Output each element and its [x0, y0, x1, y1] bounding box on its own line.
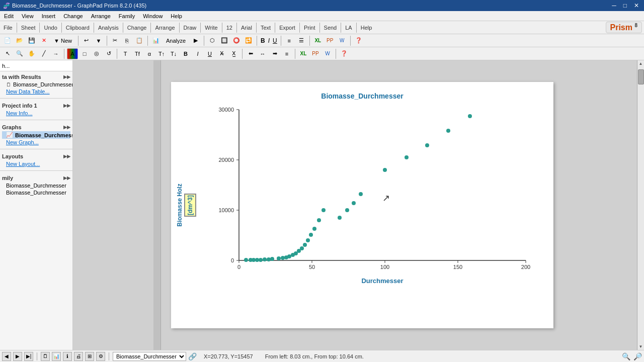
family-header[interactable]: mily ▶▶ — [2, 174, 70, 182]
sidebar-item-biomasse-graph[interactable]: 📈 Biomasse_Durchmesser — [2, 131, 70, 139]
sidebar-item-biomasse-data[interactable]: 🗒 Biomasse_Durchmesser — [2, 81, 70, 88]
draw-tool1[interactable]: ⬡ — [207, 35, 218, 46]
help-q-btn[interactable]: ❓ — [339, 48, 350, 59]
analyze-label-btn[interactable]: Analyze — [163, 35, 189, 46]
scroll-thumb[interactable] — [638, 69, 644, 84]
align-center-btn[interactable]: ☰ — [296, 35, 307, 46]
play-btn[interactable]: ▶ — [13, 352, 22, 361]
analyze-graph-btn[interactable]: 📊 — [150, 35, 162, 46]
strikeX-btn[interactable]: X̶ — [216, 48, 227, 59]
help-icon-btn[interactable]: ❓ — [353, 35, 364, 46]
delete-btn[interactable]: ✕ — [38, 35, 49, 46]
sidebar-new-layout[interactable]: New Layout... — [2, 160, 70, 167]
zoom-tool[interactable]: 🔍 — [14, 48, 25, 59]
draw-tool3[interactable]: ⭕ — [231, 35, 242, 46]
italic-btn2[interactable]: I — [192, 48, 203, 59]
copy-btn[interactable]: ⎘ — [122, 35, 133, 46]
refresh-btn[interactable]: ↺ — [103, 48, 114, 59]
Tf-btn[interactable]: Tf — [132, 48, 143, 59]
T-btn[interactable]: T — [120, 48, 131, 59]
menu-view[interactable]: View — [18, 12, 38, 20]
minimize-btn[interactable]: ─ — [610, 2, 618, 9]
prism-logo: Prism 8 — [606, 22, 642, 33]
super-btn[interactable]: T↑ — [156, 48, 167, 59]
shape-btn[interactable]: □ — [79, 48, 90, 59]
undo-btn[interactable]: ↩ — [81, 35, 92, 46]
new-btn[interactable]: 📄 — [2, 35, 13, 46]
sub-btn[interactable]: T↓ — [168, 48, 179, 59]
bold-btn2[interactable]: B — [180, 48, 191, 59]
underline-btn[interactable]: U — [272, 37, 278, 44]
export-word-btn[interactable]: W — [337, 35, 348, 46]
word-btn[interactable]: W — [322, 48, 333, 59]
cut-btn[interactable]: ✂ — [110, 35, 121, 46]
menu-window[interactable]: Window — [139, 12, 167, 20]
layouts-header[interactable]: Layouts ▶▶ — [2, 152, 70, 160]
export-excel-btn[interactable]: XL — [312, 35, 324, 46]
menu-arrange[interactable]: Arrange — [87, 12, 115, 20]
left-align-btn[interactable]: ⬅ — [245, 48, 256, 59]
info-icon-btn[interactable]: ℹ — [63, 352, 72, 361]
shape2-btn[interactable]: ◎ — [91, 48, 102, 59]
layout-btn[interactable]: ⊞ — [85, 352, 94, 361]
draw-arrow-tool[interactable]: → — [50, 48, 61, 59]
bold-btn[interactable]: B — [260, 37, 266, 44]
open-btn[interactable]: 📂 — [14, 35, 25, 46]
sidebar-new-data-table[interactable]: New Data Table... — [2, 88, 70, 95]
sidebar-search[interactable] — [0, 60, 72, 71]
draw-tool4[interactable]: 🔁 — [243, 35, 254, 46]
menu-change[interactable]: Change — [59, 12, 87, 20]
draw-tool2[interactable]: 🔲 — [219, 35, 230, 46]
magnify-icon[interactable]: 🔎 — [633, 352, 642, 360]
paste-btn[interactable]: 📋 — [134, 35, 145, 46]
graphs-header[interactable]: Graphs ▶▶ — [2, 123, 70, 131]
search-taskbar-icon[interactable]: 🔍 — [622, 352, 630, 360]
draw-line-tool[interactable]: ╱ — [38, 48, 49, 59]
scroll-down-btn[interactable]: ▼ — [638, 343, 644, 350]
project-info-header[interactable]: Project info 1 ▶▶ — [2, 102, 70, 110]
list-btn[interactable]: ≡ — [281, 48, 292, 59]
strike-btn[interactable]: X̲ — [228, 48, 239, 59]
data-results-header[interactable]: ta with Results ▶▶ — [2, 73, 70, 81]
analyze-more-btn[interactable]: ▶ — [190, 35, 201, 46]
select-tool[interactable]: ↖ — [2, 48, 13, 59]
graph-canvas[interactable]: Biomasse_Durchmesser Biomasse Holz [dm^3… — [171, 82, 553, 328]
center-align-btn[interactable]: ↔ — [257, 48, 268, 59]
scroll-up-btn[interactable]: ▲ — [638, 60, 644, 67]
sidebar-family-item2[interactable]: Biomasse_Durchmesser — [2, 189, 70, 196]
printer-btn[interactable]: 🖨 — [74, 352, 83, 361]
underline-btn2[interactable]: U — [204, 48, 215, 59]
undo-dropdown-btn[interactable]: ▼ — [93, 35, 104, 46]
graph-icon-btn[interactable]: 📊 — [52, 352, 61, 361]
settings-btn[interactable]: ⚙ — [96, 352, 105, 361]
chart-btn[interactable]: XL — [298, 48, 309, 59]
menu-insert[interactable]: Insert — [38, 12, 60, 20]
export-pp-btn[interactable]: PP — [325, 35, 336, 46]
sidebar-new-info[interactable]: New Info... — [2, 110, 70, 117]
chain-icon[interactable]: 🔗 — [188, 352, 197, 360]
sheet-icon-btn[interactable]: 🗒 — [41, 352, 50, 361]
right-align-btn[interactable]: ➡ — [269, 48, 280, 59]
ppt-btn[interactable]: PP — [310, 48, 321, 59]
sidebar-family-item1[interactable]: Biomasse_Durchmesser — [2, 182, 70, 189]
menu-help[interactable]: Help — [167, 12, 186, 20]
next-page-btn[interactable]: ▶| — [24, 352, 33, 361]
pan-tool[interactable]: ✋ — [26, 48, 37, 59]
menu-edit[interactable]: Edit — [0, 12, 18, 20]
prev-page-btn[interactable]: ◀ — [2, 352, 11, 361]
v-scrollbar[interactable]: ▲ ▼ — [637, 60, 644, 350]
new-dropdown-btn[interactable]: ▼ New — [50, 35, 75, 46]
color-btn[interactable]: A — [67, 48, 78, 59]
alpha-btn[interactable]: α — [144, 48, 155, 59]
close-btn[interactable]: ✕ — [632, 2, 641, 9]
menu-family[interactable]: Family — [115, 12, 139, 20]
save-btn[interactable]: 💾 — [26, 35, 37, 46]
italic-btn[interactable]: I — [267, 37, 271, 44]
sheet-selector[interactable]: Biomasse_Durchmesser — [113, 352, 186, 361]
y-axis-unit-bubble[interactable]: [dm^3] — [184, 194, 196, 217]
file-label: File — [2, 25, 14, 31]
sidebar-new-graph[interactable]: New Graph... — [2, 139, 70, 146]
sidebar-biomasse-data-label: Biomasse_Durchmesser — [13, 81, 73, 87]
maximize-btn[interactable]: □ — [621, 2, 629, 9]
align-left-btn[interactable]: ≡ — [284, 35, 295, 46]
